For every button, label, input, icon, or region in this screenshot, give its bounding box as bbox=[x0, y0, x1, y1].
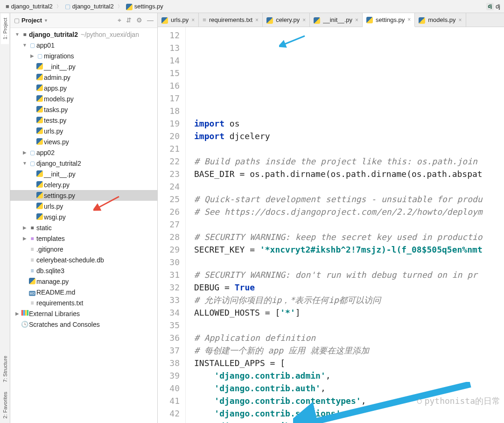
editor-tab[interactable]: requirements.txt× bbox=[199, 13, 263, 27]
tree-row[interactable]: static bbox=[10, 222, 157, 233]
expand-arrow-icon[interactable] bbox=[14, 32, 21, 37]
tree-row[interactable]: settings.py bbox=[10, 190, 157, 201]
project-view-title[interactable]: Project bbox=[21, 17, 42, 24]
tree-row[interactable]: db.sqlite3 bbox=[10, 265, 157, 276]
close-icon[interactable]: × bbox=[255, 17, 259, 23]
expand-arrow-icon[interactable] bbox=[21, 42, 28, 48]
close-icon[interactable]: × bbox=[459, 17, 462, 23]
code-line[interactable]: INSTALLED_APPS = [ bbox=[194, 357, 504, 369]
code-line[interactable]: # SECURITY WARNING: don't run with debug… bbox=[194, 268, 504, 281]
code-line[interactable]: # Application definition bbox=[194, 331, 504, 344]
line-number: 20 bbox=[160, 130, 180, 142]
code-line[interactable]: 'django.contrib.admin', bbox=[194, 369, 504, 382]
editor-tab[interactable]: settings.py× bbox=[363, 13, 415, 27]
code-line[interactable] bbox=[194, 218, 504, 231]
tree-row[interactable]: django_tutrital2~/python_xuexi/djan bbox=[10, 29, 157, 40]
tree-row[interactable]: Scratches and Consoles bbox=[10, 319, 157, 330]
tree-row[interactable]: views.py bbox=[10, 136, 157, 147]
lib-icon bbox=[21, 310, 29, 317]
tree-label: wsgi.py bbox=[44, 213, 66, 221]
line-number: 27 bbox=[160, 218, 180, 231]
tree-row[interactable]: .gitignore bbox=[10, 244, 157, 254]
gear-icon[interactable]: ⚙ bbox=[136, 16, 142, 24]
code-line[interactable] bbox=[194, 180, 504, 193]
tree-row[interactable]: app02 bbox=[10, 147, 157, 158]
editor-tab[interactable]: celery.py× bbox=[263, 13, 310, 27]
annotation-arrow-blue-small bbox=[279, 34, 307, 48]
toolwindow-tab[interactable]: 1: Project bbox=[1, 13, 9, 44]
py-icon bbox=[35, 191, 44, 199]
tree-row[interactable]: celery.py bbox=[10, 179, 157, 190]
code-line[interactable] bbox=[194, 256, 504, 268]
tree-row[interactable]: migrations bbox=[10, 50, 157, 61]
tree-row[interactable]: apps.py bbox=[10, 83, 157, 93]
code-line[interactable]: 'django.contrib.sessions', bbox=[194, 407, 504, 420]
code-line[interactable]: 'django.contrib.messages', bbox=[194, 420, 504, 423]
breadcrumb-item[interactable]: django_tutrital2 bbox=[4, 2, 55, 11]
code-line[interactable]: 'django.contrib.auth', bbox=[194, 382, 504, 395]
tree-row[interactable]: app01 bbox=[10, 40, 157, 50]
code-line[interactable]: DEBUG = True bbox=[194, 281, 504, 294]
code-line[interactable] bbox=[194, 319, 504, 331]
editor-tab[interactable]: __init__.py× bbox=[310, 13, 363, 27]
tree-row[interactable]: External Libraries bbox=[10, 308, 157, 319]
close-icon[interactable]: × bbox=[302, 17, 306, 23]
tree-row[interactable]: templates bbox=[10, 233, 157, 244]
chevron-down-icon[interactable]: ▼ bbox=[44, 18, 48, 23]
tree-row[interactable]: MDREADME.md bbox=[10, 287, 157, 297]
expand-arrow-icon[interactable] bbox=[14, 311, 21, 316]
code-line[interactable]: ALLOWED_HOSTS = ['*'] bbox=[194, 306, 504, 319]
hide-icon[interactable]: — bbox=[147, 16, 154, 24]
breadcrumb-item[interactable]: settings.py bbox=[124, 2, 165, 11]
tree-row[interactable]: django_tutrital2 bbox=[10, 158, 157, 169]
editor-tab[interactable]: urls.py× bbox=[158, 13, 199, 27]
expand-arrow-icon[interactable] bbox=[21, 150, 28, 155]
run-config[interactable]: dj dj bbox=[486, 3, 500, 10]
tree-row[interactable]: manage.py bbox=[10, 276, 157, 287]
editor-tab[interactable]: models.py× bbox=[415, 13, 466, 27]
expand-arrow-icon[interactable] bbox=[21, 225, 28, 230]
code-line[interactable]: # Build paths inside the project like th… bbox=[194, 155, 504, 168]
code-line[interactable] bbox=[194, 142, 504, 155]
tree-row[interactable]: tasks.py bbox=[10, 104, 157, 115]
project-tree[interactable]: django_tutrital2~/python_xuexi/djanapp01… bbox=[10, 28, 157, 423]
code-line[interactable]: # 每创建一个新的 app 应用 就要在这里添加 bbox=[194, 344, 504, 357]
close-icon[interactable]: × bbox=[407, 16, 411, 23]
close-icon[interactable]: × bbox=[191, 17, 195, 23]
tree-row[interactable]: __init__.py bbox=[10, 61, 157, 72]
code-editor[interactable]: ◯ pythonista的日常 import osimport djcelery… bbox=[186, 27, 504, 423]
code-line[interactable]: # 允许访问你项目的ip，*表示任何ip都可以访问 bbox=[194, 294, 504, 306]
tree-row[interactable]: celerybeat-schedule.db bbox=[10, 254, 157, 265]
breadcrumb-label: django_tutrital2 bbox=[72, 3, 114, 10]
code-line[interactable] bbox=[194, 105, 504, 117]
tree-row[interactable]: urls.py bbox=[10, 126, 157, 136]
code-line[interactable]: # SECURITY WARNING: keep the secret key … bbox=[194, 231, 504, 243]
toolwindow-tab[interactable]: 2: Favorites bbox=[1, 387, 9, 423]
collapse-icon[interactable]: ⇵ bbox=[126, 16, 132, 24]
tree-row[interactable]: tests.py bbox=[10, 115, 157, 126]
expand-arrow-icon[interactable] bbox=[21, 161, 28, 166]
tree-row[interactable]: urls.py bbox=[10, 201, 157, 212]
code-line[interactable]: # See https://docs.djangoproject.com/en/… bbox=[194, 205, 504, 218]
code-line[interactable]: import os bbox=[194, 117, 504, 130]
code-line[interactable]: SECRET_KEY = '*xncvryt2#ikshb^2!7msjz)-l… bbox=[194, 243, 504, 256]
tree-row[interactable]: models.py bbox=[10, 93, 157, 104]
tree-row[interactable]: wsgi.py bbox=[10, 212, 157, 222]
expand-arrow-icon[interactable] bbox=[21, 236, 28, 241]
code-line[interactable]: import djcelery bbox=[194, 130, 504, 142]
target-icon[interactable]: ⌖ bbox=[118, 16, 121, 24]
code-line[interactable]: # Quick-start development settings - uns… bbox=[194, 193, 504, 205]
chevron-right-icon: 〉 bbox=[56, 3, 61, 10]
breadcrumb-item[interactable]: django_tutrital2 bbox=[63, 2, 116, 11]
txt-icon bbox=[28, 246, 36, 253]
tree-row[interactable]: requirements.txt bbox=[10, 297, 157, 308]
toolwindow-tab[interactable]: 7: Structure bbox=[1, 351, 9, 387]
line-number: 37 bbox=[160, 344, 180, 357]
breadcrumb-label: settings.py bbox=[134, 3, 163, 10]
expand-arrow-icon[interactable] bbox=[29, 53, 35, 58]
line-number: 14 bbox=[160, 54, 180, 67]
tree-row[interactable]: __init__.py bbox=[10, 169, 157, 179]
close-icon[interactable]: × bbox=[355, 17, 358, 23]
tree-row[interactable]: admin.py bbox=[10, 72, 157, 83]
code-line[interactable]: BASE_DIR = os.path.dirname(os.path.dirna… bbox=[194, 168, 504, 180]
